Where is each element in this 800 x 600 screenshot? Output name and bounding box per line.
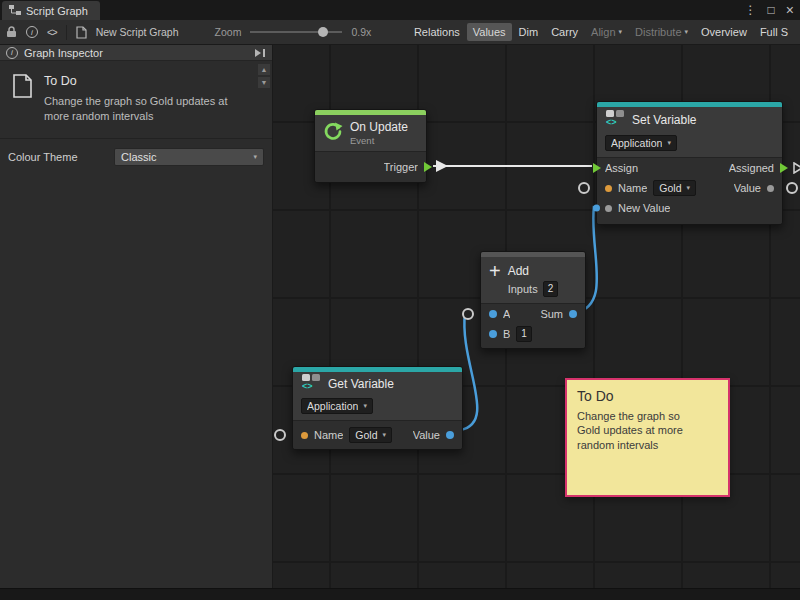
todo-title: To Do — [44, 74, 250, 88]
name-port[interactable] — [578, 182, 590, 194]
variable-name-value: Gold — [355, 429, 377, 441]
relations-button[interactable]: Relations — [408, 23, 466, 41]
variable-scope-dropdown[interactable]: Application ▾ — [605, 135, 677, 151]
trigger-row: Trigger — [315, 152, 426, 182]
lock-icon[interactable] — [6, 26, 17, 38]
name-port[interactable] — [274, 429, 286, 441]
trigger-port[interactable] — [424, 162, 432, 172]
window-buttons: ⋮ □ × — [745, 0, 794, 20]
node-add[interactable]: + Add Inputs 2 A Sum — [480, 251, 586, 349]
align-label: Align — [591, 26, 615, 38]
get-variable-body: Name Gold ▾ Value — [293, 420, 462, 449]
b-type-dot — [489, 330, 497, 338]
sticky-note[interactable]: To Do Change the graph so Gold updates a… — [565, 378, 730, 497]
zoom-label: Zoom — [215, 26, 242, 38]
script-graph-icon — [9, 5, 21, 16]
unity-script-graph-window: Script Graph ⋮ □ × i <> New Script Graph… — [0, 0, 800, 600]
more-menu-icon[interactable]: ⋮ — [745, 3, 757, 17]
add-icon: + — [489, 261, 501, 281]
name-label: Name — [618, 182, 647, 194]
distribute-button[interactable]: Distribute▾ — [629, 23, 694, 41]
assign-port[interactable] — [593, 163, 601, 173]
colour-theme-value: Classic — [121, 151, 156, 163]
b-value-field[interactable]: 1 — [516, 326, 532, 342]
todo-text: Change the graph so Gold updates at more… — [44, 94, 250, 124]
tab-script-graph[interactable]: Script Graph — [2, 1, 100, 20]
zoom-value: 0.9x — [351, 26, 371, 38]
name-row: Name Gold ▾ Value — [597, 178, 782, 198]
new-value-label: New Value — [618, 202, 670, 214]
get-variable-header: <> Get Variable — [293, 372, 462, 396]
node-title: Get Variable — [328, 377, 394, 391]
overview-label: Overview — [701, 26, 747, 38]
node-subtitle: Event — [350, 135, 408, 146]
assigned-port[interactable] — [780, 163, 788, 173]
value-port[interactable] — [786, 182, 798, 194]
new-script-graph-button[interactable]: New Script Graph — [96, 26, 179, 38]
graph-inspector-panel: i Graph Inspector ▲ ▼ To Do Change the g… — [0, 45, 273, 588]
node-set-variable[interactable]: <> Set Variable Application ▾ Assign Ass… — [596, 101, 783, 225]
node-on-update[interactable]: On Update Event Trigger — [314, 109, 427, 183]
caret-down-icon: ▾ — [383, 431, 387, 439]
tab-bar: Script Graph ⋮ □ × — [0, 0, 800, 20]
a-type-dot — [489, 310, 497, 318]
add-titles: Add Inputs 2 — [508, 261, 559, 297]
zoom-slider[interactable] — [250, 25, 342, 39]
inspector-todo-section: To Do Change the graph so Gold updates a… — [0, 61, 272, 139]
on-update-header: On Update Event — [315, 115, 426, 151]
maximize-icon[interactable]: □ — [768, 3, 775, 17]
colour-theme-dropdown[interactable]: Classic ▾ — [114, 148, 264, 166]
toolbar-buttons: Relations Values Dim Carry Align▾ Distri… — [408, 23, 794, 41]
distribute-label: Distribute — [635, 26, 681, 38]
fullscreen-button[interactable]: Full S — [754, 23, 794, 41]
align-button[interactable]: Align▾ — [585, 23, 628, 41]
caret-down-icon: ▾ — [253, 153, 257, 161]
trigger-port-label: Trigger — [384, 161, 418, 173]
code-icon[interactable]: <> — [47, 27, 57, 38]
variable-name-value: Gold — [659, 182, 681, 194]
sum-port[interactable] — [569, 310, 577, 318]
values-label: Values — [473, 26, 506, 38]
value-label: Value — [734, 182, 761, 194]
graph-inspector-title: Graph Inspector — [24, 47, 103, 59]
values-button[interactable]: Values — [467, 23, 512, 41]
value-type-dot — [767, 185, 774, 192]
name-row: Name Gold ▾ Value — [293, 423, 462, 447]
variable-scope-value: Application — [307, 400, 358, 412]
bottom-bar — [0, 588, 800, 600]
sum-label: Sum — [540, 308, 563, 320]
variable-name-dropdown[interactable]: Gold ▾ — [653, 180, 696, 196]
zoom-slider-track[interactable] — [250, 31, 342, 33]
caret-down-icon: ▾ — [667, 139, 671, 147]
sticky-note-text: Change the graph so Gold updates at more… — [577, 409, 699, 452]
graph-canvas[interactable]: On Update Event Trigger <> Set Variable — [273, 45, 800, 588]
assigned-label: Assigned — [729, 162, 774, 174]
variable-icon: <> — [605, 109, 625, 131]
carry-button[interactable]: Carry — [545, 23, 584, 41]
caret-down-icon: ▾ — [619, 28, 623, 36]
dim-button[interactable]: Dim — [513, 23, 545, 41]
node-get-variable[interactable]: <> Get Variable Application ▾ Name Gold … — [292, 366, 463, 450]
dim-label: Dim — [519, 26, 539, 38]
scroll-down-icon[interactable]: ▼ — [258, 77, 270, 88]
caret-down-icon: ▾ — [685, 28, 689, 36]
toolbar-separator — [66, 25, 67, 40]
colour-theme-row: Colour Theme Classic ▾ — [0, 139, 272, 175]
add-body: A Sum B 1 — [481, 303, 585, 348]
a-port[interactable] — [462, 308, 474, 320]
inputs-count-field[interactable]: 2 — [543, 281, 559, 297]
close-icon[interactable]: × — [786, 2, 794, 18]
info-icon[interactable]: i — [26, 26, 38, 38]
overview-button[interactable]: Overview — [695, 23, 753, 41]
dock-icon[interactable] — [254, 48, 266, 58]
new-value-port[interactable] — [593, 205, 600, 212]
caret-down-icon: ▾ — [363, 402, 367, 410]
zoom-slider-handle[interactable] — [318, 27, 328, 37]
variable-name-dropdown[interactable]: Gold ▾ — [349, 427, 392, 443]
value-port[interactable] — [446, 431, 454, 439]
input-a-row: A Sum — [481, 304, 585, 324]
scroll-up-icon[interactable]: ▲ — [258, 64, 270, 75]
variable-scope-dropdown[interactable]: Application ▾ — [301, 398, 373, 414]
inspector-scroll-arrows: ▲ ▼ — [258, 64, 270, 88]
variable-scope-value: Application — [611, 137, 662, 149]
